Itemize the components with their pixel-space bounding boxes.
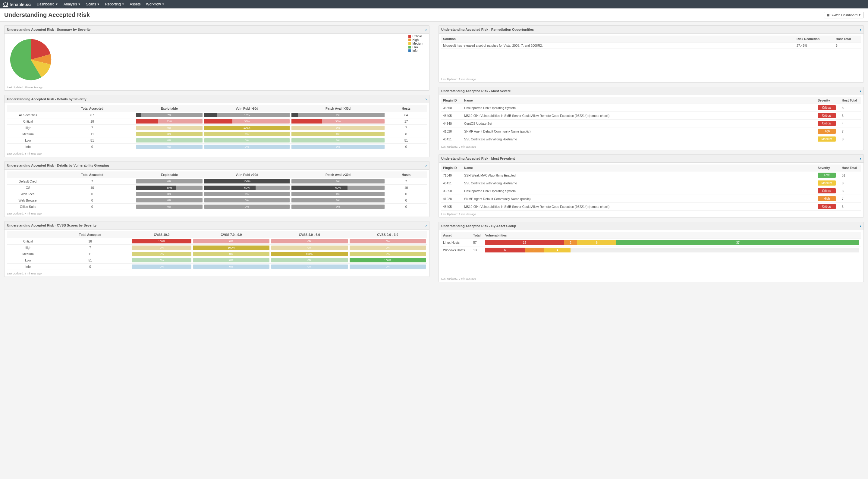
page-title: Understanding Accepted Risk <box>4 11 90 19</box>
topbar: tenable.sc Dashboard▼Analysis▼Scans▼Repo… <box>0 0 868 8</box>
chevron-right-icon[interactable]: › <box>425 163 427 168</box>
table-row[interactable]: Windows Hosts13634 <box>441 247 861 254</box>
col-header: Hosts <box>385 105 427 112</box>
last-updated: Last Updated: 9 minutes ago <box>439 144 864 150</box>
table-row[interactable]: Microsoft has released a set of patches … <box>441 42 861 49</box>
switch-dashboard-button[interactable]: ▦ Switch Dashboard ▼ <box>824 12 864 19</box>
table-row[interactable]: Linux Hosts57122637 <box>441 239 861 247</box>
bar-segment-medium: 4 <box>544 248 570 252</box>
panel-details-vuln: Understanding Accepted Risk - Details by… <box>4 161 430 217</box>
col-header: Risk Reduction <box>795 36 834 42</box>
col-header: Total Accepted <box>49 171 135 178</box>
chevron-right-icon[interactable]: › <box>425 27 427 32</box>
col-header: Vuln Publ >90d <box>204 171 290 178</box>
brand-logo[interactable]: tenable.sc <box>3 2 31 7</box>
most-prevalent-table: Plugin IDNameSeverityHost Total71049SSH … <box>441 164 861 211</box>
panel-details-severity: Understanding Accepted Risk - Details by… <box>4 95 430 157</box>
panel-title: Understanding Accepted Risk - Most Preva… <box>441 157 515 160</box>
table-row[interactable]: 45411SSL Certificate with Wrong Hostname… <box>441 135 861 143</box>
table-row[interactable]: 44340CentOS Update SetCritical4 <box>441 120 861 127</box>
table-row[interactable]: 41028SNMP Agent Default Community Name (… <box>441 127 861 135</box>
grid-icon: ▦ <box>827 13 830 17</box>
legend-swatch <box>408 38 411 41</box>
severity-badge: High <box>818 196 836 201</box>
table-row[interactable]: 45411SSL Certificate with Wrong Hostname… <box>441 179 861 187</box>
col-header: Plugin ID <box>441 164 462 171</box>
table-row[interactable]: Low510%0%0%51 <box>7 137 427 144</box>
table-row[interactable]: Office Suite00%0%0%0 <box>7 204 427 210</box>
main-nav: Dashboard▼Analysis▼Scans▼Reporting▼Asset… <box>37 2 170 6</box>
table-row[interactable]: 33850Unsupported Unix Operating SystemCr… <box>441 104 861 112</box>
table-row[interactable]: Medium110%0%100%0% <box>7 251 427 257</box>
panel-cvss: Understanding Accepted Risk - CVSS Score… <box>4 221 430 277</box>
stacked-bar: 122637 <box>485 240 859 245</box>
col-header: Vulnerabilities <box>484 232 861 239</box>
last-updated: Last Updated: 8 minutes ago <box>4 151 429 157</box>
severity-badge: Critical <box>818 121 836 126</box>
col-header <box>7 231 49 238</box>
legend-item: Low <box>408 45 423 49</box>
table-row[interactable]: 48405MS10-054: Vulnerabilities in SMB Se… <box>441 112 861 120</box>
chevron-right-icon[interactable]: › <box>860 89 861 93</box>
legend-swatch <box>408 50 411 52</box>
nav-reporting[interactable]: Reporting▼ <box>105 2 124 6</box>
table-row[interactable]: 48405MS10-054: Vulnerabilities in SMB Se… <box>441 203 861 211</box>
table-row[interactable]: Web Browser00%0%0%0 <box>7 197 427 204</box>
table-row[interactable]: All Severities877%15%7%64 <box>7 112 427 118</box>
caret-down-icon: ▼ <box>97 3 100 6</box>
last-updated: Last Updated: 8 minutes ago <box>4 271 429 277</box>
chevron-right-icon[interactable]: › <box>860 224 861 228</box>
severity-badge: Critical <box>818 105 836 110</box>
table-row[interactable]: Info00%0%0%0% <box>7 264 427 270</box>
nav-workflow[interactable]: Workflow▼ <box>146 2 164 6</box>
table-row[interactable]: Critical18100%0%0%0% <box>7 238 427 245</box>
legend-swatch <box>408 46 411 49</box>
col-header: CVSS 10.0 <box>131 231 192 238</box>
table-row[interactable]: Info00%0%0%0 <box>7 144 427 150</box>
legend-item: High <box>408 38 423 41</box>
legend-item: Critical <box>408 35 423 38</box>
table-row[interactable]: Low510%0%0%100% <box>7 257 427 264</box>
table-row[interactable]: High70%100%0%7 <box>7 125 427 131</box>
chevron-right-icon[interactable]: › <box>425 223 427 228</box>
brand-suffix: .sc <box>24 2 31 7</box>
col-header: Host Total <box>840 164 861 171</box>
nav-scans[interactable]: Scans▼ <box>86 2 99 6</box>
table-row[interactable]: High70%100%0%0% <box>7 245 427 251</box>
details-severity-table: Total AcceptedExploitableVuln Publ >90dP… <box>7 105 427 150</box>
table-row[interactable]: 71049SSH Weak MAC Algorithms EnabledLow5… <box>441 171 861 179</box>
panel-most-prevalent: Understanding Accepted Risk - Most Preva… <box>438 154 864 218</box>
col-header: Host Total <box>840 97 861 104</box>
chevron-right-icon[interactable]: › <box>860 156 861 161</box>
last-updated: Last Updated: 9 minutes ago <box>439 77 478 82</box>
col-header: Total Accepted <box>49 231 131 238</box>
nav-assets[interactable]: Assets <box>130 2 141 6</box>
bar-segment-critical: 12 <box>485 240 564 245</box>
table-row[interactable]: Web Tech.00%0%0%0 <box>7 191 427 197</box>
col-header: Patch Avail >30d <box>290 171 385 178</box>
nav-analysis[interactable]: Analysis▼ <box>64 2 81 6</box>
col-header: CVSS 0.0 - 3.9 <box>349 231 427 238</box>
col-header: Hosts <box>385 171 427 178</box>
table-row[interactable]: OS1060%60%60%10 <box>7 185 427 191</box>
table-row[interactable]: Default Cred.70%100%0%7 <box>7 178 427 185</box>
col-header: Vuln Publ >90d <box>204 105 290 112</box>
col-header: CVSS 4.0 - 6.9 <box>270 231 348 238</box>
caret-down-icon: ▼ <box>56 3 58 6</box>
switch-dashboard-label: Switch Dashboard <box>831 13 858 17</box>
severity-badge: Medium <box>818 136 836 141</box>
last-updated: Last Updated: 10 minutes ago <box>4 85 429 90</box>
table-row[interactable]: Medium110%0%0%8 <box>7 131 427 137</box>
panel-title: Understanding Accepted Risk - Details by… <box>7 164 109 167</box>
table-row[interactable]: 33850Unsupported Unix Operating SystemCr… <box>441 187 861 195</box>
most-severe-table: Plugin IDNameSeverityHost Total33850Unsu… <box>441 97 861 143</box>
nav-dashboard[interactable]: Dashboard▼ <box>37 2 58 6</box>
last-updated: Last Updated: 9 minutes ago <box>439 276 478 282</box>
table-row[interactable]: Critical1833%33%33%17 <box>7 118 427 125</box>
chevron-right-icon[interactable]: › <box>860 27 861 32</box>
table-row[interactable]: 41028SNMP Agent Default Community Name (… <box>441 195 861 203</box>
col-header <box>7 105 49 112</box>
caret-down-icon: ▼ <box>858 13 861 17</box>
chevron-right-icon[interactable]: › <box>425 97 427 101</box>
col-header: Severity <box>816 97 840 104</box>
